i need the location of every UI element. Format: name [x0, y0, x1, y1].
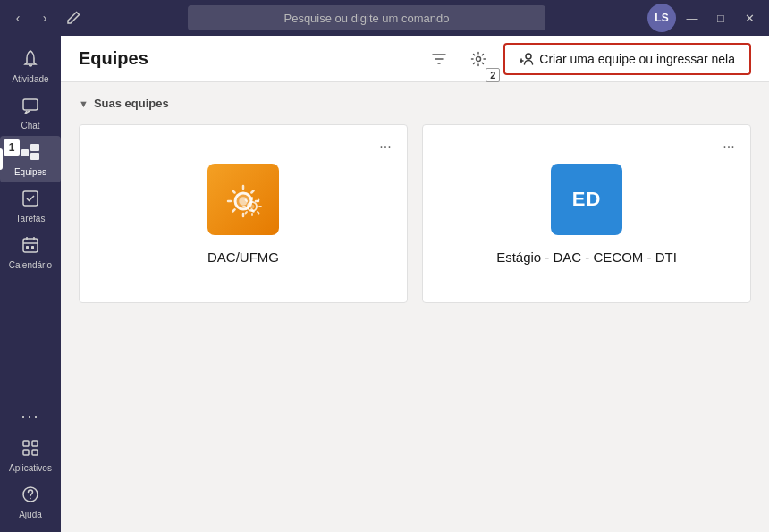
- team-name-dac: DAC/UFMG: [207, 249, 279, 265]
- svg-rect-5: [23, 239, 38, 252]
- sidebar-label-calendario: Calendário: [9, 260, 52, 270]
- svg-rect-9: [32, 441, 38, 446]
- sidebar-label-equipes: Equipes: [14, 167, 46, 177]
- minimize-button[interactable]: —: [680, 5, 705, 30]
- forward-button[interactable]: ›: [34, 7, 55, 29]
- close-button[interactable]: ✕: [737, 5, 762, 30]
- sidebar-label-aplicativos: Aplicativos: [9, 463, 52, 473]
- sidebar-item-equipes[interactable]: 1 Equipes: [0, 136, 61, 182]
- team-card-estagio[interactable]: ··· ED Estágio - DAC - CECOM - DTI: [422, 124, 751, 303]
- apps-icon: [21, 438, 40, 460]
- annotation-1: 1: [4, 139, 20, 156]
- compose-button[interactable]: [61, 5, 86, 30]
- section-title: ▼ Suas equipes: [79, 97, 751, 110]
- team-card-dac-ufmg[interactable]: ···: [79, 124, 408, 303]
- sidebar-item-atividade[interactable]: Atividade: [0, 43, 61, 89]
- sidebar-label-tarefas: Tarefas: [16, 214, 46, 224]
- annotation-2: 2: [486, 68, 500, 82]
- sidebar-item-calendario[interactable]: Calendário: [0, 229, 61, 275]
- sidebar-label-chat: Chat: [21, 121, 39, 131]
- search-input[interactable]: [188, 5, 545, 30]
- create-team-button[interactable]: Criar uma equipe ou ingressar nela: [503, 43, 751, 75]
- tasks-icon: [21, 189, 40, 211]
- svg-rect-11: [32, 450, 38, 455]
- app-body: Atividade Chat 1 Equipes: [0, 36, 769, 532]
- sidebar: Atividade Chat 1 Equipes: [0, 36, 61, 532]
- svg-rect-2: [30, 144, 39, 151]
- svg-rect-8: [23, 441, 29, 446]
- svg-rect-0: [23, 99, 38, 110]
- sidebar-item-ajuda[interactable]: Ajuda: [0, 478, 61, 525]
- create-team-label: Criar uma equipe ou ingressar nela: [539, 52, 735, 66]
- svg-rect-10: [23, 450, 29, 455]
- team-icon-dac: [207, 164, 279, 235]
- maximize-button[interactable]: □: [708, 5, 733, 30]
- chat-icon: [21, 96, 40, 118]
- settings-wrapper: 2: [464, 45, 493, 73]
- svg-rect-7: [31, 246, 34, 249]
- section-label: Suas equipes: [94, 97, 169, 110]
- team-icon-estagio: ED: [551, 164, 622, 235]
- svg-point-13: [30, 497, 31, 499]
- svg-rect-1: [21, 149, 29, 156]
- bell-icon: [21, 49, 40, 72]
- titlebar: ‹ › LS — □ ✕: [0, 0, 769, 36]
- sidebar-item-aplicativos[interactable]: Aplicativos: [0, 432, 61, 478]
- team-name-estagio: Estágio - DAC - CECOM - DTI: [496, 249, 677, 265]
- svg-rect-3: [30, 153, 39, 160]
- content-area: Equipes 2: [61, 36, 769, 532]
- help-icon: [21, 485, 40, 507]
- content-header: Equipes 2: [61, 36, 769, 82]
- titlebar-left: ‹ ›: [7, 5, 86, 30]
- sidebar-label-atividade: Atividade: [12, 74, 48, 84]
- sidebar-item-chat[interactable]: Chat: [0, 89, 61, 136]
- titlebar-right: LS — □ ✕: [647, 4, 762, 32]
- avatar-button[interactable]: LS: [647, 4, 676, 32]
- team-card-menu-estagio[interactable]: ···: [716, 134, 741, 159]
- calendar-icon: [21, 235, 40, 258]
- team-card-menu-dac[interactable]: ···: [373, 134, 398, 159]
- svg-rect-6: [26, 246, 29, 249]
- teams-icon: [21, 142, 40, 165]
- teams-grid: ···: [79, 124, 751, 303]
- sidebar-item-tarefas[interactable]: Tarefas: [0, 182, 61, 229]
- svg-point-15: [526, 54, 531, 59]
- sidebar-label-ajuda: Ajuda: [19, 510, 42, 519]
- more-button[interactable]: ···: [0, 400, 61, 432]
- back-button[interactable]: ‹: [7, 7, 29, 29]
- svg-point-14: [477, 56, 481, 61]
- filter-button[interactable]: [425, 45, 453, 73]
- chevron-down-icon: ▼: [79, 98, 89, 109]
- content-body: ▼ Suas equipes ···: [61, 82, 769, 532]
- page-title: Equipes: [79, 48, 414, 69]
- svg-point-21: [250, 204, 255, 208]
